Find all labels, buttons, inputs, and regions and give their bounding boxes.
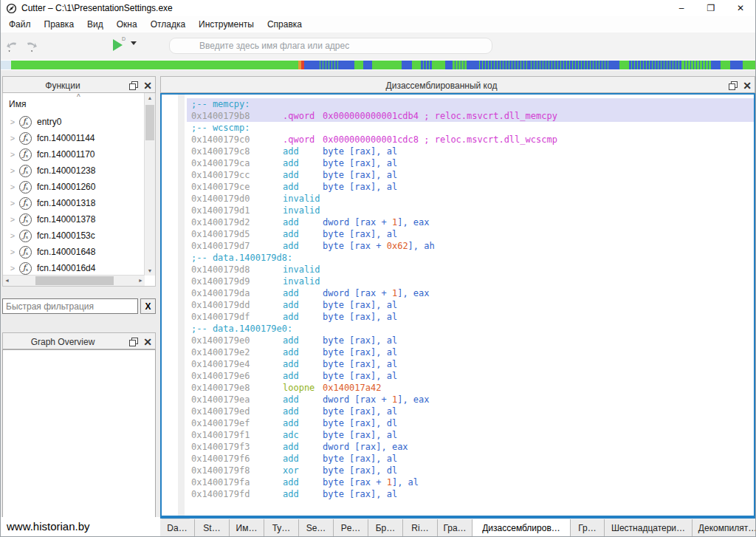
close-icon[interactable]: ✕: [743, 81, 752, 91]
tab-2[interactable]: Им…: [230, 519, 264, 537]
expand-chevron-icon[interactable]: >: [7, 231, 18, 240]
function-item[interactable]: >ƒxfcn.140001648: [3, 244, 144, 260]
back-button[interactable]: [4, 38, 21, 54]
forward-button[interactable]: [23, 38, 39, 54]
debug-start-button[interactable]: D: [113, 38, 142, 53]
tab-3[interactable]: Ту…: [264, 519, 299, 537]
disasm-line[interactable]: 0x1400179e8loopne0x140017a42: [187, 382, 754, 394]
function-item[interactable]: >ƒxfcn.140001238: [3, 163, 144, 179]
disasm-line[interactable]: ;-- data.1400179d8:: [187, 252, 754, 264]
undock-icon[interactable]: [729, 81, 738, 90]
disasm-line[interactable]: 0x1400179b8.qword0x000000000001cdb4 ; re…: [187, 110, 754, 122]
function-item[interactable]: >ƒxfcn.140001318: [3, 195, 144, 211]
disasm-line[interactable]: ;-- memcpy:: [187, 98, 754, 110]
expand-chevron-icon[interactable]: >: [7, 182, 18, 191]
function-item[interactable]: >ƒxfcn.140001260: [3, 179, 144, 195]
disasm-line[interactable]: 0x1400179daadddword [rax + 1], eax: [187, 287, 754, 299]
expand-chevron-icon[interactable]: >: [7, 166, 18, 175]
minimize-button[interactable]: –: [667, 0, 696, 16]
disassembly-view[interactable]: ;-- memcpy:0x1400179b8.qword0x0000000000…: [160, 93, 755, 517]
tab-6[interactable]: Бр…: [368, 519, 403, 537]
expand-chevron-icon[interactable]: >: [7, 199, 18, 208]
menu-item-6[interactable]: Справка: [261, 18, 309, 31]
disasm-line[interactable]: 0x1400179e6addbyte [rax], al: [187, 370, 754, 382]
menu-item-0[interactable]: Файл: [2, 18, 38, 31]
expand-chevron-icon[interactable]: >: [7, 247, 18, 256]
tab-11[interactable]: Шестнадцатери…: [605, 519, 693, 537]
tab-12[interactable]: Декомпилят…: [693, 519, 756, 537]
disasm-line[interactable]: 0x1400179f3adddword [rax], eax: [187, 441, 754, 453]
menu-item-4[interactable]: Отладка: [144, 18, 192, 31]
expand-chevron-icon[interactable]: >: [7, 264, 18, 273]
disasm-line[interactable]: 0x1400179ddaddbyte [rax], al: [187, 299, 754, 311]
menu-item-1[interactable]: Правка: [38, 18, 81, 31]
disasm-line[interactable]: 0x1400179c8addbyte [rax], al: [187, 146, 754, 157]
disasm-line[interactable]: 0x1400179f6addbyte [rax], al: [187, 453, 754, 465]
functions-column-header[interactable]: Имя: [9, 99, 26, 109]
disasm-line[interactable]: ;-- data.1400179e0:: [187, 323, 754, 335]
menu-item-3[interactable]: Окна: [110, 18, 144, 31]
disasm-line[interactable]: 0x1400179caaddbyte [rax], al: [187, 157, 754, 169]
disasm-line[interactable]: 0x1400179ceaddbyte [rax], al: [187, 181, 754, 193]
graph-overview-canvas[interactable]: [2, 349, 156, 518]
tab-9[interactable]: Дизассемблиров…: [472, 519, 571, 537]
disasm-line[interactable]: 0x1400179e2addbyte [rax], al: [187, 346, 754, 358]
function-item[interactable]: >ƒxfcn.140001170: [3, 146, 144, 163]
tab-0[interactable]: Da…: [160, 519, 195, 537]
search-input[interactable]: [169, 38, 492, 54]
expand-chevron-icon[interactable]: >: [7, 150, 18, 159]
menu-item-5[interactable]: Инструменты: [192, 18, 261, 31]
undock-icon[interactable]: [129, 81, 138, 90]
function-item[interactable]: >ƒxfcn.140001144: [3, 130, 144, 146]
disasm-line[interactable]: 0x1400179ccaddbyte [rax], al: [187, 169, 754, 181]
disasm-line[interactable]: 0x1400179d0invalid: [187, 193, 754, 205]
tab-7[interactable]: Ri…: [403, 519, 438, 537]
disasm-line[interactable]: 0x1400179e0addbyte [rax], al: [187, 335, 754, 346]
tab-10[interactable]: Гр…: [571, 519, 605, 537]
expand-chevron-icon[interactable]: >: [7, 134, 18, 143]
close-button[interactable]: ✕: [726, 0, 755, 16]
disasm-line[interactable]: 0x1400179d1invalid: [187, 205, 754, 216]
disasm-line[interactable]: 0x1400179d7addbyte [rax + 0x62], ah: [187, 240, 754, 252]
disasm-line[interactable]: 0x1400179f8xorbyte [rax], dl: [187, 465, 754, 476]
close-icon[interactable]: ✕: [143, 81, 152, 91]
debug-dropdown-caret[interactable]: [131, 41, 137, 45]
tab-5[interactable]: Pe…: [334, 519, 368, 537]
close-icon[interactable]: ✕: [143, 337, 152, 347]
disasm-line[interactable]: 0x1400179c0.qword0x000000000001cdc8 ; re…: [187, 134, 754, 146]
menu-item-2[interactable]: Вид: [80, 18, 110, 31]
functions-horizontal-scrollbar[interactable]: ◄ ►: [3, 275, 145, 286]
function-item[interactable]: >ƒxfcn.14000153c: [3, 228, 144, 244]
quick-filter-input[interactable]: [2, 298, 138, 314]
disasm-line[interactable]: 0x1400179dfaddbyte [rax], al: [187, 311, 754, 323]
function-item[interactable]: >ƒxfcn.1400016d4: [3, 260, 144, 276]
disasm-line[interactable]: 0x1400179d2adddword [rax + 1], eax: [187, 216, 754, 228]
tab-1[interactable]: St…: [195, 519, 230, 537]
expand-chevron-icon[interactable]: >: [7, 215, 18, 224]
restore-button[interactable]: ❐: [696, 0, 726, 16]
disasm-line[interactable]: 0x1400179e4addbyte [rax], al: [187, 358, 754, 370]
expand-chevron-icon[interactable]: >: [7, 117, 18, 126]
disasm-line[interactable]: 0x1400179edaddbyte [rax], al: [187, 406, 754, 417]
scroll-left-icon[interactable]: ◄: [4, 278, 10, 283]
disasm-line[interactable]: 0x1400179faaddbyte [rax + 1], al: [187, 476, 754, 488]
disasm-line[interactable]: 0x1400179fdaddbyte [rax], al: [187, 488, 754, 500]
disasm-line[interactable]: 0x1400179d5addbyte [rax], al: [187, 228, 754, 240]
tab-4[interactable]: Se…: [299, 519, 334, 537]
function-item[interactable]: >ƒxentry0: [3, 114, 144, 130]
horizontal-scroll-thumb[interactable]: [35, 276, 114, 285]
scroll-up-icon[interactable]: ▲: [145, 95, 155, 100]
disasm-line[interactable]: 0x1400179f1adcbyte [rax], al: [187, 429, 754, 441]
disasm-line[interactable]: ;-- wcscmp:: [187, 122, 754, 134]
function-item[interactable]: >ƒxfcn.140001378: [3, 211, 144, 228]
filter-clear-button[interactable]: X: [140, 298, 156, 314]
scroll-down-icon[interactable]: ▼: [145, 268, 155, 273]
scroll-right-icon[interactable]: ►: [138, 278, 143, 283]
disasm-line[interactable]: 0x1400179eaadddword [rax + 1], eax: [187, 394, 754, 406]
tab-8[interactable]: Гра…: [438, 519, 472, 537]
address-minimap[interactable]: [1, 61, 755, 69]
disasm-line[interactable]: 0x1400179d9invalid: [187, 276, 754, 287]
undock-icon[interactable]: [129, 338, 138, 346]
vertical-scroll-thumb[interactable]: [145, 105, 154, 140]
functions-vertical-scrollbar[interactable]: ▲ ▼: [144, 93, 155, 276]
